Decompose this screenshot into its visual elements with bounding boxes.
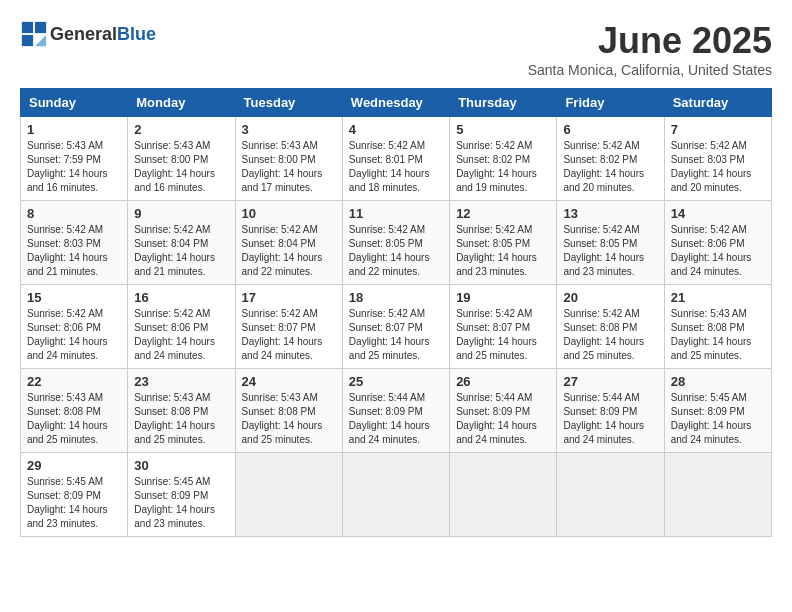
day-number: 29: [27, 458, 121, 473]
svg-rect-0: [22, 22, 33, 33]
table-row: [342, 453, 449, 537]
table-row: 14 Sunrise: 5:42 AM Sunset: 8:06 PM Dayl…: [664, 201, 771, 285]
sunset-label: Sunset: 8:02 PM: [563, 154, 637, 165]
day-number: 21: [671, 290, 765, 305]
table-row: 2 Sunrise: 5:43 AM Sunset: 8:00 PM Dayli…: [128, 117, 235, 201]
sunrise-label: Sunrise: 5:42 AM: [671, 140, 747, 151]
sunset-label: Sunset: 8:08 PM: [27, 406, 101, 417]
sunrise-label: Sunrise: 5:43 AM: [134, 140, 210, 151]
sunrise-label: Sunrise: 5:42 AM: [456, 140, 532, 151]
table-row: [557, 453, 664, 537]
sunrise-label: Sunrise: 5:45 AM: [671, 392, 747, 403]
day-info: Sunrise: 5:45 AM Sunset: 8:09 PM Dayligh…: [134, 475, 228, 531]
calendar-week-row: 8 Sunrise: 5:42 AM Sunset: 8:03 PM Dayli…: [21, 201, 772, 285]
table-row: [235, 453, 342, 537]
day-number: 17: [242, 290, 336, 305]
table-row: [450, 453, 557, 537]
day-info: Sunrise: 5:42 AM Sunset: 8:02 PM Dayligh…: [563, 139, 657, 195]
page-header: GeneralBlue June 2025 Santa Monica, Cali…: [20, 20, 772, 78]
table-row: 21 Sunrise: 5:43 AM Sunset: 8:08 PM Dayl…: [664, 285, 771, 369]
day-number: 3: [242, 122, 336, 137]
logo: GeneralBlue: [20, 20, 156, 48]
sunset-label: Sunset: 8:03 PM: [27, 238, 101, 249]
daylight-label: Daylight: 14 hours and 24 minutes.: [563, 420, 644, 445]
day-number: 30: [134, 458, 228, 473]
table-row: 3 Sunrise: 5:43 AM Sunset: 8:00 PM Dayli…: [235, 117, 342, 201]
sunrise-label: Sunrise: 5:42 AM: [349, 140, 425, 151]
header-friday: Friday: [557, 89, 664, 117]
daylight-label: Daylight: 14 hours and 21 minutes.: [27, 252, 108, 277]
day-number: 10: [242, 206, 336, 221]
day-info: Sunrise: 5:43 AM Sunset: 7:59 PM Dayligh…: [27, 139, 121, 195]
calendar-table: Sunday Monday Tuesday Wednesday Thursday…: [20, 88, 772, 537]
daylight-label: Daylight: 14 hours and 24 minutes.: [242, 336, 323, 361]
table-row: 18 Sunrise: 5:42 AM Sunset: 8:07 PM Dayl…: [342, 285, 449, 369]
table-row: 6 Sunrise: 5:42 AM Sunset: 8:02 PM Dayli…: [557, 117, 664, 201]
sunrise-label: Sunrise: 5:42 AM: [134, 308, 210, 319]
sunrise-label: Sunrise: 5:45 AM: [27, 476, 103, 487]
day-info: Sunrise: 5:43 AM Sunset: 8:00 PM Dayligh…: [242, 139, 336, 195]
daylight-label: Daylight: 14 hours and 20 minutes.: [563, 168, 644, 193]
day-info: Sunrise: 5:42 AM Sunset: 8:03 PM Dayligh…: [671, 139, 765, 195]
day-info: Sunrise: 5:42 AM Sunset: 8:06 PM Dayligh…: [134, 307, 228, 363]
table-row: 26 Sunrise: 5:44 AM Sunset: 8:09 PM Dayl…: [450, 369, 557, 453]
sunrise-label: Sunrise: 5:43 AM: [27, 392, 103, 403]
sunset-label: Sunset: 8:00 PM: [134, 154, 208, 165]
table-row: 16 Sunrise: 5:42 AM Sunset: 8:06 PM Dayl…: [128, 285, 235, 369]
daylight-label: Daylight: 14 hours and 16 minutes.: [27, 168, 108, 193]
table-row: 27 Sunrise: 5:44 AM Sunset: 8:09 PM Dayl…: [557, 369, 664, 453]
sunrise-label: Sunrise: 5:42 AM: [27, 224, 103, 235]
table-row: 8 Sunrise: 5:42 AM Sunset: 8:03 PM Dayli…: [21, 201, 128, 285]
day-info: Sunrise: 5:42 AM Sunset: 8:01 PM Dayligh…: [349, 139, 443, 195]
table-row: 30 Sunrise: 5:45 AM Sunset: 8:09 PM Dayl…: [128, 453, 235, 537]
daylight-label: Daylight: 14 hours and 25 minutes.: [134, 420, 215, 445]
calendar-week-row: 15 Sunrise: 5:42 AM Sunset: 8:06 PM Dayl…: [21, 285, 772, 369]
month-title: June 2025: [528, 20, 772, 62]
daylight-label: Daylight: 14 hours and 25 minutes.: [27, 420, 108, 445]
day-number: 13: [563, 206, 657, 221]
day-number: 25: [349, 374, 443, 389]
day-info: Sunrise: 5:43 AM Sunset: 8:08 PM Dayligh…: [134, 391, 228, 447]
sunrise-label: Sunrise: 5:42 AM: [242, 308, 318, 319]
sunset-label: Sunset: 8:08 PM: [563, 322, 637, 333]
sunset-label: Sunset: 8:07 PM: [349, 322, 423, 333]
table-row: 29 Sunrise: 5:45 AM Sunset: 8:09 PM Dayl…: [21, 453, 128, 537]
table-row: 20 Sunrise: 5:42 AM Sunset: 8:08 PM Dayl…: [557, 285, 664, 369]
header-tuesday: Tuesday: [235, 89, 342, 117]
sunrise-label: Sunrise: 5:42 AM: [349, 224, 425, 235]
sunrise-label: Sunrise: 5:42 AM: [456, 224, 532, 235]
daylight-label: Daylight: 14 hours and 25 minutes.: [349, 336, 430, 361]
day-info: Sunrise: 5:45 AM Sunset: 8:09 PM Dayligh…: [671, 391, 765, 447]
header-monday: Monday: [128, 89, 235, 117]
svg-marker-3: [35, 35, 46, 46]
daylight-label: Daylight: 14 hours and 21 minutes.: [134, 252, 215, 277]
day-info: Sunrise: 5:42 AM Sunset: 8:04 PM Dayligh…: [134, 223, 228, 279]
day-number: 11: [349, 206, 443, 221]
day-number: 15: [27, 290, 121, 305]
sunset-label: Sunset: 8:09 PM: [456, 406, 530, 417]
sunset-label: Sunset: 8:09 PM: [134, 490, 208, 501]
calendar-week-row: 1 Sunrise: 5:43 AM Sunset: 7:59 PM Dayli…: [21, 117, 772, 201]
sunset-label: Sunset: 8:04 PM: [242, 238, 316, 249]
sunrise-label: Sunrise: 5:42 AM: [242, 224, 318, 235]
header-thursday: Thursday: [450, 89, 557, 117]
day-info: Sunrise: 5:42 AM Sunset: 8:03 PM Dayligh…: [27, 223, 121, 279]
day-info: Sunrise: 5:43 AM Sunset: 8:08 PM Dayligh…: [242, 391, 336, 447]
table-row: 15 Sunrise: 5:42 AM Sunset: 8:06 PM Dayl…: [21, 285, 128, 369]
daylight-label: Daylight: 14 hours and 25 minutes.: [242, 420, 323, 445]
sunset-label: Sunset: 8:09 PM: [27, 490, 101, 501]
sunrise-label: Sunrise: 5:43 AM: [27, 140, 103, 151]
day-info: Sunrise: 5:43 AM Sunset: 8:00 PM Dayligh…: [134, 139, 228, 195]
daylight-label: Daylight: 14 hours and 22 minutes.: [242, 252, 323, 277]
daylight-label: Daylight: 14 hours and 24 minutes.: [27, 336, 108, 361]
daylight-label: Daylight: 14 hours and 16 minutes.: [134, 168, 215, 193]
sunset-label: Sunset: 8:00 PM: [242, 154, 316, 165]
sunset-label: Sunset: 8:08 PM: [134, 406, 208, 417]
calendar-header-row: Sunday Monday Tuesday Wednesday Thursday…: [21, 89, 772, 117]
day-info: Sunrise: 5:42 AM Sunset: 8:06 PM Dayligh…: [27, 307, 121, 363]
daylight-label: Daylight: 14 hours and 17 minutes.: [242, 168, 323, 193]
day-info: Sunrise: 5:43 AM Sunset: 8:08 PM Dayligh…: [27, 391, 121, 447]
day-info: Sunrise: 5:42 AM Sunset: 8:04 PM Dayligh…: [242, 223, 336, 279]
daylight-label: Daylight: 14 hours and 23 minutes.: [134, 504, 215, 529]
table-row: 1 Sunrise: 5:43 AM Sunset: 7:59 PM Dayli…: [21, 117, 128, 201]
